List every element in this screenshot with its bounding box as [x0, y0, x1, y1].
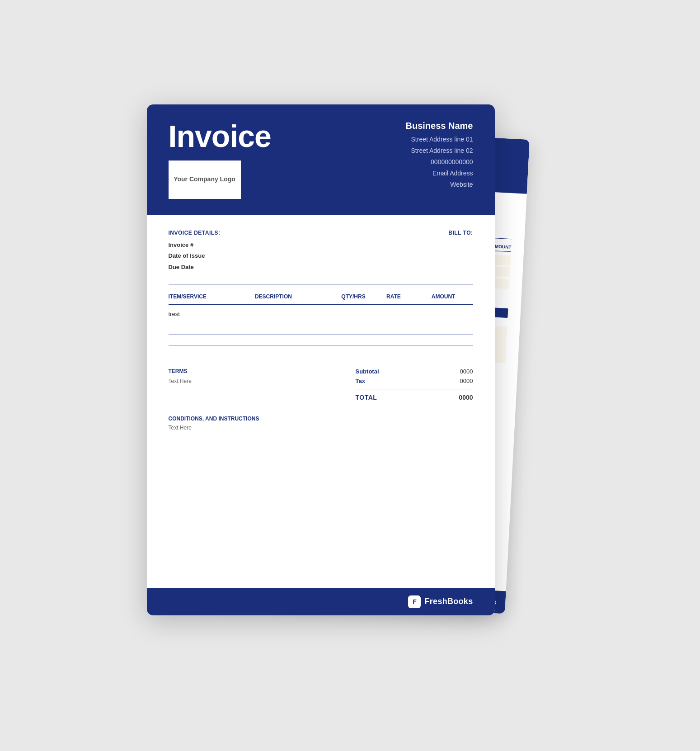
- col-rate: RATE: [386, 293, 428, 300]
- invoice-scene: INVOICE DETAILS: Invoice # 0000 Date of …: [147, 104, 554, 647]
- item-1-name: trest: [169, 311, 251, 317]
- business-website: Website: [406, 179, 473, 190]
- conditions-section: CONDITIONS, AND INSTRUCTIONS Text Here: [169, 416, 473, 431]
- logo-text: Your Company Logo: [174, 175, 235, 184]
- col-description: DESCRIPTION: [255, 293, 338, 300]
- tax-row: Tax 0000: [356, 378, 473, 384]
- details-left: INVOICE DETAILS: Invoice # Date of Issue…: [169, 230, 221, 273]
- terms-section: TERMS Text Here: [169, 368, 356, 384]
- bottom-section: TERMS Text Here Subtotal 0000 Tax 0000 T…: [169, 368, 473, 401]
- item-1-qty: [341, 311, 383, 317]
- item-1-desc: [255, 311, 338, 317]
- front-divider-1: [169, 284, 473, 284]
- item-row-4: [169, 346, 473, 357]
- subtotal-label: Subtotal: [356, 368, 379, 375]
- business-name: Business Name: [406, 121, 473, 131]
- due-date-label: Due Date: [169, 262, 221, 273]
- details-right: BILL TO:: [448, 230, 473, 273]
- freshbooks-name: FreshBooks: [424, 597, 473, 606]
- totals-section: Subtotal 0000 Tax 0000 TOTAL 0000: [356, 368, 473, 401]
- item-row-3: [169, 335, 473, 346]
- conditions-label: CONDITIONS, AND INSTRUCTIONS: [169, 416, 473, 422]
- invoice-number-label: Invoice #: [169, 240, 221, 251]
- freshbooks-logo: F FreshBooks: [408, 595, 473, 608]
- front-footer: F FreshBooks: [147, 588, 495, 615]
- front-header-right: Business Name Street Address line 01 Str…: [406, 121, 473, 191]
- bill-to-label: BILL TO:: [448, 230, 473, 236]
- item-1-rate: [386, 311, 428, 317]
- grand-total-value: 0000: [459, 394, 473, 401]
- item-row-2: [169, 323, 473, 335]
- invoice-title: Invoice: [169, 121, 271, 151]
- freshbooks-icon: F: [408, 595, 421, 608]
- front-body: INVOICE DETAILS: Invoice # Date of Issue…: [147, 215, 495, 445]
- col-amount: AMOUNT: [432, 293, 473, 300]
- item-row-1: trest: [169, 305, 473, 323]
- terms-text: Text Here: [169, 378, 356, 384]
- items-header: ITEM/SERVICE DESCRIPTION QTY/HRS RATE AM…: [169, 293, 473, 305]
- tax-label: Tax: [356, 378, 365, 384]
- col-item: ITEM/SERVICE: [169, 293, 251, 300]
- col-qty: QTY/HRS: [341, 293, 383, 300]
- items-section: ITEM/SERVICE DESCRIPTION QTY/HRS RATE AM…: [169, 293, 473, 357]
- invoice-details-label: INVOICE DETAILS:: [169, 230, 221, 236]
- tax-value: 0000: [460, 378, 473, 384]
- front-header-left: Invoice Your Company Logo: [169, 121, 271, 199]
- grand-total-row: TOTAL 0000: [356, 394, 473, 401]
- logo-box: Your Company Logo: [169, 161, 241, 199]
- front-header: Invoice Your Company Logo Business Name …: [147, 104, 495, 215]
- subtotal-row: Subtotal 0000: [356, 368, 473, 375]
- business-address2: Street Address line 02: [406, 145, 473, 156]
- grand-total-label: TOTAL: [356, 394, 377, 401]
- conditions-text: Text Here: [169, 425, 473, 431]
- business-address1: Street Address line 01: [406, 134, 473, 145]
- item-1-amount: [432, 311, 473, 317]
- date-of-issue-label: Date of Issue: [169, 250, 221, 262]
- business-email: Email Address: [406, 168, 473, 179]
- total-divider: [356, 389, 473, 389]
- terms-label: TERMS: [169, 368, 356, 374]
- freshbooks-letter: F: [413, 598, 417, 605]
- details-section: INVOICE DETAILS: Invoice # Date of Issue…: [169, 230, 473, 273]
- subtotal-value: 0000: [460, 368, 473, 375]
- business-phone: 000000000000: [406, 156, 473, 168]
- invoice-front: Invoice Your Company Logo Business Name …: [147, 104, 495, 615]
